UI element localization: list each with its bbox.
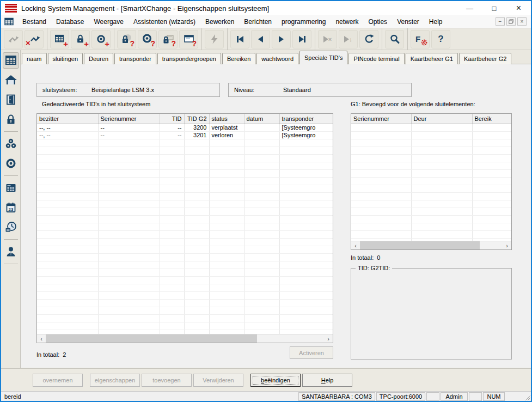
menu-bestand[interactable]: Bestand (17, 16, 51, 28)
toevoegen-button[interactable]: toevoegen (142, 374, 192, 387)
tab-naam[interactable]: naam (22, 53, 47, 64)
scrollbar-thumb[interactable] (46, 334, 257, 343)
sidebar-user-button[interactable] (3, 243, 19, 260)
lock-icon (5, 113, 17, 125)
sidebar-matrix-button[interactable] (3, 52, 19, 69)
empty-table-row (351, 192, 511, 200)
empty-table-row (37, 307, 333, 314)
tab-kaartbeheer-g2[interactable]: Kaartbeheer G2 (459, 53, 511, 64)
col-serienummer[interactable]: Serienummer (351, 114, 411, 124)
tab-deuren[interactable]: Deuren (84, 53, 113, 64)
empty-table-row (37, 314, 333, 322)
sidebar-lock-button[interactable] (3, 111, 19, 127)
tab-sluitingen[interactable]: sluitingen (48, 53, 83, 64)
tab-pincode-terminal[interactable]: PINcode terminal (348, 53, 404, 64)
first-record-button[interactable] (230, 30, 249, 48)
left-total-value: 2 (63, 351, 66, 358)
filter-settings-button[interactable]: F (411, 30, 430, 48)
col-datum[interactable]: datum (244, 114, 279, 124)
mdi-minimize-button[interactable]: − (496, 17, 505, 26)
empty-table-row (351, 147, 511, 154)
previous-record-button[interactable] (251, 30, 270, 48)
scroll-right-icon[interactable]: › (503, 242, 511, 249)
table-row[interactable]: --, -- -- -- 3201 verloren [Systeemgro (37, 131, 333, 139)
menu-netwerk[interactable]: netwerk (331, 16, 363, 28)
read-window-button[interactable]: ? (179, 30, 198, 48)
col-tid[interactable]: TID (160, 114, 184, 124)
horizontal-scrollbar[interactable]: ‹ › (351, 241, 511, 249)
scroll-left-icon[interactable]: ‹ (37, 335, 46, 343)
remove-record-button[interactable]: × (318, 30, 337, 48)
gear-icon (420, 39, 428, 46)
menu-berichten[interactable]: Berichten (239, 16, 277, 28)
search-button[interactable] (385, 30, 404, 48)
sidebar-calendar-button[interactable]: 23 (3, 199, 19, 216)
disconnect-button[interactable]: × (25, 30, 44, 48)
mdi-close-button[interactable]: × (517, 17, 527, 26)
col-status[interactable]: status (209, 114, 244, 124)
scroll-left-icon[interactable]: ‹ (351, 242, 360, 249)
filter-letter: F (415, 34, 420, 44)
col-deur[interactable]: Deur (411, 114, 472, 124)
next-record-button[interactable] (272, 30, 291, 48)
sidebar-divider (4, 264, 18, 264)
status-tcp-port: TPC-poort:6000 (376, 392, 425, 401)
help-button[interactable]: ? (431, 30, 450, 48)
tab-wachtwoord[interactable]: wachtwoord (256, 53, 298, 64)
table-row[interactable]: --, -- -- -- 3200 verplaatst [Systeemgro (37, 124, 333, 131)
empty-table-row (37, 154, 333, 162)
maximize-button[interactable]: □ (482, 1, 506, 15)
read-transponder-button[interactable]: ? (138, 30, 157, 48)
new-transponder-button[interactable]: + (91, 30, 111, 48)
tab-transponder[interactable]: transponder (114, 53, 156, 64)
sidebar-transponder-button[interactable] (3, 155, 19, 172)
resize-grip[interactable] (523, 392, 531, 401)
col-transponder[interactable]: transponder (279, 114, 333, 124)
new-lock-button[interactable]: + (71, 30, 90, 48)
menu-weergave[interactable]: Weergave (89, 16, 128, 28)
menu-help[interactable]: Help (424, 16, 448, 28)
sync-arrows-button[interactable] (4, 30, 23, 48)
minimize-button[interactable]: — (457, 1, 482, 15)
verwijderen-button[interactable]: Verwijderen (193, 374, 243, 387)
scrollbar-thumb[interactable] (360, 241, 480, 249)
beeindigen-button[interactable]: beëindigen (250, 374, 301, 387)
read-lock-button[interactable]: ? (117, 30, 136, 48)
menu-database[interactable]: Database (51, 16, 89, 28)
menu-bewerken[interactable]: Bewerken (200, 16, 239, 28)
col-tid-g2[interactable]: TID G2 (184, 114, 209, 124)
refresh-button[interactable] (359, 30, 378, 48)
sidebar-schedule-button[interactable] (3, 180, 19, 196)
beeindigen-rest: eëindigen (264, 377, 290, 383)
new-locking-system-button[interactable]: + (50, 30, 69, 48)
goto-record-button[interactable]: ↓ (339, 30, 358, 48)
col-bereik[interactable]: Bereik (472, 114, 511, 124)
read-g1-lock-button[interactable]: ? (158, 30, 178, 48)
col-serienummer[interactable]: Serienummer (98, 114, 160, 124)
tab-kaartbeheer-g1[interactable]: Kaartbeheer G1 (406, 53, 458, 64)
activeren-button[interactable]: Activeren (290, 346, 333, 359)
sidebar-door-button[interactable] (3, 92, 19, 108)
tab-transpondergroepen[interactable]: transpondergroepen (157, 53, 221, 64)
last-record-button[interactable] (292, 30, 311, 48)
eigenschappen-button[interactable]: eigenschappen (90, 374, 140, 387)
question-overlay: ? (150, 40, 155, 47)
help-footer-button[interactable]: Help (302, 374, 352, 387)
tab-bereiken[interactable]: Bereiken (222, 53, 255, 64)
tab-speciale-tids[interactable]: Speciale TID's (299, 51, 347, 64)
close-button[interactable]: × (506, 1, 531, 15)
menu-assistenten[interactable]: Assistenten (wizards) (129, 16, 200, 28)
status-user: Admin (441, 392, 468, 401)
overnemen-button[interactable]: overnemen (33, 374, 83, 387)
menu-venster[interactable]: Venster (392, 16, 424, 28)
sidebar-home-button[interactable] (3, 72, 19, 88)
mdi-restore-button[interactable] (506, 17, 516, 26)
program-button[interactable] (205, 30, 224, 48)
horizontal-scrollbar[interactable]: ‹ › (37, 334, 333, 343)
scroll-right-icon[interactable]: › (324, 335, 333, 343)
sidebar-transponder-groups-button[interactable] (3, 136, 19, 152)
menu-opties[interactable]: Opties (363, 16, 392, 28)
col-bezitter[interactable]: bezitter (37, 114, 98, 124)
menu-programmering[interactable]: programmering (277, 16, 331, 28)
sidebar-time-zones-button[interactable] (3, 219, 19, 235)
